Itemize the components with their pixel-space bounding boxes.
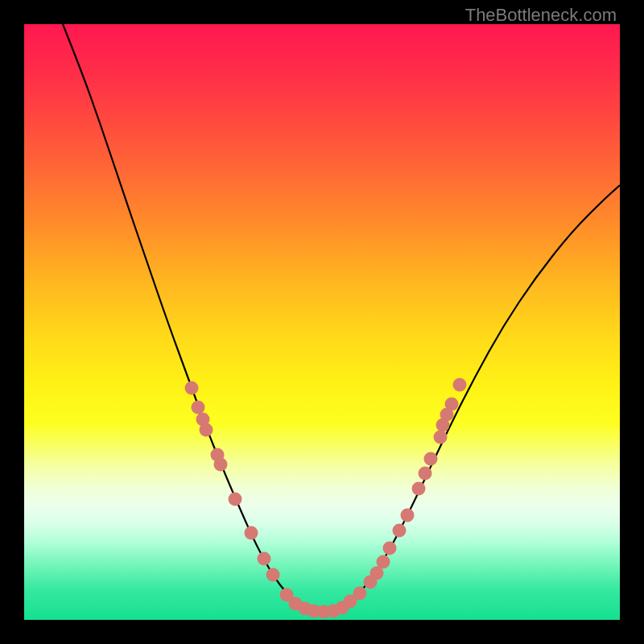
scatter-point [192, 401, 205, 415]
scatter-point [214, 458, 228, 472]
chart-frame: TheBottleneck.com [0, 0, 644, 644]
scatter-point [445, 398, 459, 411]
plot-area [24, 24, 620, 620]
scatter-point [229, 493, 242, 506]
scatter-point [258, 552, 271, 566]
scatter-point [185, 382, 199, 395]
watermark-text: TheBottleneck.com [465, 5, 617, 26]
scatter-point [401, 509, 415, 522]
scatter-point [200, 423, 213, 437]
scatter-point [419, 467, 432, 481]
bottom-dots-group [280, 588, 357, 619]
scatter-point [383, 542, 397, 555]
scatter-point [393, 524, 407, 538]
dots-layer [24, 24, 620, 620]
scatter-point [453, 378, 467, 392]
scatter-point [377, 555, 390, 569]
scatter-point [434, 431, 448, 444]
scatter-point [412, 482, 426, 496]
scatter-point [266, 568, 280, 582]
scatter-point [344, 595, 357, 609]
right-dots-group [353, 378, 467, 601]
left-dots-group [185, 382, 280, 582]
scatter-point [424, 452, 438, 466]
scatter-point [245, 526, 258, 540]
